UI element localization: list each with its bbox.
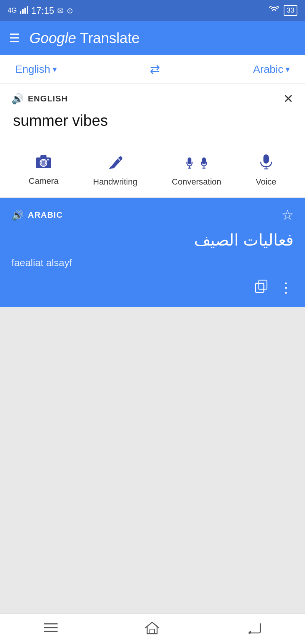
- input-lang-text: ENGLISH: [28, 94, 68, 104]
- target-language-label: Arabic: [253, 63, 283, 75]
- status-right: 33: [269, 5, 297, 16]
- input-section: 🔊 ENGLISH ✕ summer vibes: [0, 84, 305, 145]
- voice-icon: [259, 154, 273, 173]
- svg-rect-19: [255, 283, 264, 292]
- nav-home-button[interactable]: [145, 621, 159, 638]
- translation-speaker-icon[interactable]: 🔊: [11, 209, 24, 221]
- input-header: 🔊 ENGLISH ✕: [11, 92, 294, 106]
- handwriting-tool[interactable]: Handwriting: [93, 154, 137, 187]
- camera-label: Camera: [29, 176, 58, 186]
- nav-menu-button[interactable]: [44, 622, 58, 636]
- bottom-nav: [0, 613, 305, 644]
- svg-point-8: [47, 159, 49, 161]
- handwriting-icon: [108, 154, 122, 173]
- svg-point-6: [42, 161, 45, 165]
- svg-rect-13: [202, 157, 206, 164]
- svg-rect-0: [20, 11, 21, 14]
- app-title: Google Translate: [29, 30, 140, 47]
- target-language-button[interactable]: Arabic ▾: [253, 63, 290, 75]
- battery-icon: 33: [284, 5, 297, 16]
- chrome-icon: ⊙: [67, 6, 73, 15]
- svg-rect-1: [22, 9, 24, 14]
- translation-actions: ⋮: [11, 279, 294, 296]
- translation-lang-text: ARABIC: [28, 210, 63, 220]
- handwriting-label: Handwriting: [93, 177, 137, 187]
- background-area: [0, 307, 305, 613]
- svg-rect-24: [150, 629, 154, 634]
- app-title-google: Google: [29, 30, 76, 46]
- app-title-translate: Translate: [76, 30, 140, 46]
- source-language-chevron: ▾: [53, 64, 57, 74]
- svg-rect-2: [24, 8, 26, 14]
- status-left: 4G 17:15 ✉ ⊙: [8, 5, 73, 16]
- translation-section: 🔊 ARABIC ☆ فعاليات الصيف faealiat alsayf…: [0, 198, 305, 307]
- input-text[interactable]: summer vibes: [11, 112, 294, 129]
- svg-rect-3: [27, 6, 28, 14]
- swap-languages-button[interactable]: ⇄: [150, 62, 160, 77]
- target-language-chevron: ▾: [286, 64, 290, 74]
- top-bar: ☰ Google Translate: [0, 21, 305, 55]
- hamburger-menu[interactable]: ☰: [9, 31, 20, 45]
- source-language-button[interactable]: English ▾: [15, 63, 57, 75]
- tools-row: Camera Handwriting: [0, 145, 305, 198]
- translation-language-label: 🔊 ARABIC: [11, 209, 63, 221]
- nav-back-button[interactable]: [247, 622, 261, 637]
- svg-rect-10: [188, 157, 191, 164]
- camera-tool[interactable]: Camera: [29, 154, 58, 186]
- conversation-tool[interactable]: Conversation: [172, 154, 222, 187]
- status-bar: 4G 17:15 ✉ ⊙ 33: [0, 0, 305, 21]
- language-bar: English ▾ ⇄ Arabic ▾: [0, 55, 305, 84]
- message-icon: ✉: [57, 6, 64, 15]
- voice-tool[interactable]: Voice: [256, 154, 276, 187]
- voice-label: Voice: [256, 177, 276, 187]
- translation-arabic-text: فعاليات الصيف: [11, 231, 294, 249]
- signal-icon: [20, 5, 28, 16]
- svg-rect-20: [258, 280, 267, 289]
- svg-rect-16: [263, 154, 269, 164]
- network-label: 4G: [8, 6, 17, 14]
- camera-icon: [35, 154, 52, 172]
- translation-romanized-text: faealiat alsayf: [11, 257, 294, 269]
- source-language-label: English: [15, 63, 50, 75]
- conversation-label: Conversation: [172, 177, 222, 187]
- svg-rect-7: [40, 155, 47, 158]
- time-label: 17:15: [31, 5, 54, 16]
- copy-button[interactable]: [255, 279, 268, 296]
- favorite-button[interactable]: ☆: [281, 207, 294, 223]
- input-speaker-icon[interactable]: 🔊: [11, 93, 24, 105]
- translation-header: 🔊 ARABIC ☆: [11, 207, 294, 223]
- more-options-button[interactable]: ⋮: [279, 280, 294, 296]
- input-language-label: 🔊 ENGLISH: [11, 93, 68, 105]
- conversation-icon: [186, 154, 207, 173]
- clear-input-button[interactable]: ✕: [283, 92, 294, 106]
- wifi-icon: [269, 6, 279, 16]
